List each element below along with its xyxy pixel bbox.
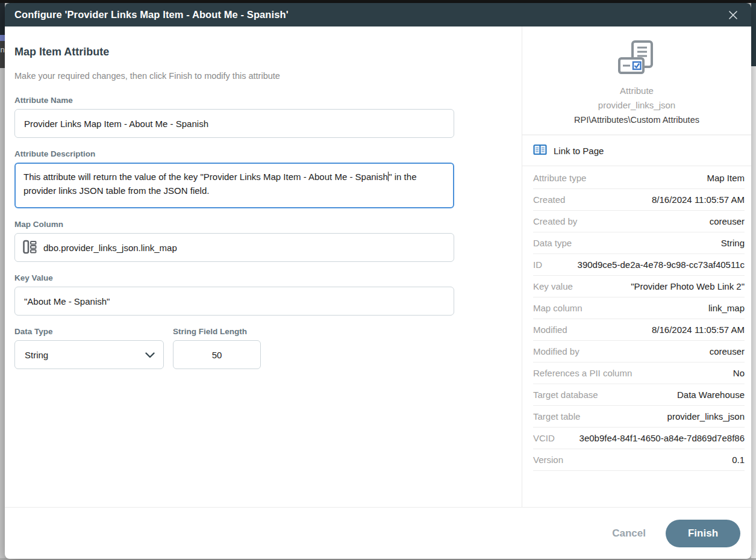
property-label: Modified — [533, 325, 567, 335]
attribute-properties-list: Attribute typeMap ItemCreated8/16/2024 1… — [533, 166, 745, 471]
dialog-footer: Cancel Finish — [5, 507, 751, 559]
summary-folder-path: RPI\Attributes\Custom Attributes — [522, 115, 751, 125]
backdrop-left-dark — [0, 3, 5, 35]
property-value: String — [721, 238, 745, 248]
backdrop-left-accent — [0, 35, 5, 41]
property-row: Modified8/16/2024 11:05:57 AM — [533, 319, 745, 341]
backdrop-left-text-fragment: n — [0, 41, 5, 68]
dialog-body: Map Item Attribute Make your required ch… — [5, 26, 751, 507]
property-label: Version — [533, 455, 563, 465]
key-value-input[interactable] — [14, 287, 454, 316]
property-value: coreuser — [710, 346, 745, 356]
form-subtitle: Make your required changes, then click F… — [14, 71, 505, 81]
property-value: coreuser — [710, 216, 745, 226]
summary-type-label: Attribute — [522, 86, 751, 96]
property-row: Created8/16/2024 11:05:57 AM — [533, 189, 745, 211]
property-value: provider_links_json — [667, 411, 745, 422]
attribute-name-input[interactable] — [14, 109, 454, 138]
backdrop-right-sliver — [751, 3, 756, 560]
link-to-page-label: Link to Page — [554, 146, 604, 156]
map-column-label: Map Column — [14, 220, 505, 229]
property-label: Created — [533, 194, 565, 205]
property-label: Map column — [533, 303, 583, 313]
map-column-field: Map Column dbo.provider_links_json.link_… — [14, 220, 505, 262]
property-row: Attribute typeMap Item — [533, 167, 745, 189]
dialog-title: Configure 'Provider Links Map Item - Abo… — [14, 9, 289, 20]
finish-button[interactable]: Finish — [666, 520, 740, 547]
attribute-description-textarea[interactable]: This attribute will return the value of … — [14, 163, 454, 208]
property-row: Modified bycoreuser — [533, 341, 745, 362]
property-value: 8/16/2024 11:05:57 AM — [652, 194, 745, 205]
map-column-input[interactable]: dbo.provider_links_json.link_map — [14, 233, 454, 262]
attribute-description-label: Attribute Description — [14, 149, 505, 158]
link-to-page-button[interactable]: Link to Page — [522, 135, 751, 166]
property-value: 0.1 — [732, 455, 745, 465]
summary-header: Attribute provider_links_json RPI\Attrib… — [522, 40, 751, 125]
property-row: Version0.1 — [533, 449, 745, 471]
data-type-value: String — [25, 350, 48, 360]
data-type-field: Data Type String — [14, 327, 164, 369]
description-text-before-caret: This attribute will return the value of … — [23, 172, 388, 182]
property-value: link_map — [708, 303, 745, 313]
property-row: Target tableprovider_links_json — [533, 406, 745, 428]
property-row: Created bycoreuser — [533, 211, 745, 232]
property-row: Target databaseData Warehouse — [533, 384, 745, 406]
property-row: Map columnlink_map — [533, 297, 745, 319]
property-row: References a PII columnNo — [533, 362, 745, 384]
attribute-form: Map Item Attribute Make your required ch… — [5, 26, 522, 507]
property-label: Data type — [533, 238, 572, 248]
property-row: ID390d9ce5-de2a-4e78-9c98-cc73af40511c — [533, 254, 745, 276]
property-value: No — [733, 368, 745, 378]
property-label: Target table — [533, 411, 580, 422]
property-label: ID — [533, 260, 542, 270]
property-label: Modified by — [533, 346, 579, 356]
configure-attribute-dialog: Configure 'Provider Links Map Item - Abo… — [5, 3, 751, 559]
column-icon — [23, 240, 37, 256]
attribute-description-field: Attribute Description This attribute wil… — [14, 149, 505, 208]
property-row: Data typeString — [533, 232, 745, 254]
property-label: Created by — [533, 216, 577, 226]
close-button[interactable] — [725, 7, 742, 23]
property-value: 3e0b9fe4-84f1-4650-a84e-7d869d7e8f86 — [579, 433, 745, 443]
data-type-label: Data Type — [14, 327, 164, 336]
backdrop-left-sliver: n — [0, 3, 5, 560]
data-type-row: Data Type String String Field Length — [14, 327, 505, 369]
property-value: Map Item — [707, 173, 745, 183]
chevron-down-icon — [145, 350, 155, 360]
dialog-titlebar: Configure 'Provider Links Map Item - Abo… — [5, 3, 751, 26]
property-row: Key value"Provider Photo Web Link 2" — [533, 276, 745, 297]
close-icon — [728, 10, 739, 20]
property-label: VCID — [533, 433, 555, 443]
property-label: Key value — [533, 281, 573, 291]
property-value: 390d9ce5-de2a-4e78-9c98-cc73af40511c — [578, 260, 745, 270]
map-column-value: dbo.provider_links_json.link_map — [43, 243, 177, 253]
attribute-name-field: Attribute Name — [14, 96, 505, 138]
data-type-select[interactable]: String — [14, 340, 164, 369]
backdrop-right-dark — [751, 3, 756, 66]
attribute-summary-panel: Attribute provider_links_json RPI\Attrib… — [522, 26, 751, 507]
attribute-name-label: Attribute Name — [14, 96, 505, 105]
key-value-field: Key Value — [14, 273, 505, 316]
key-value-label: Key Value — [14, 273, 505, 282]
summary-attribute-name: provider_links_json — [522, 100, 751, 110]
property-label: Attribute type — [533, 173, 586, 183]
property-label: Target database — [533, 390, 598, 400]
property-row: VCID3e0b9fe4-84f1-4650-a84e-7d869d7e8f86 — [533, 428, 745, 449]
cancel-button[interactable]: Cancel — [612, 527, 646, 540]
attribute-icon — [617, 67, 657, 78]
string-field-length-field: String Field Length — [173, 327, 261, 369]
property-value: Data Warehouse — [677, 390, 745, 400]
book-icon — [533, 144, 547, 158]
property-label: References a PII column — [533, 368, 632, 378]
string-field-length-label: String Field Length — [173, 327, 261, 336]
property-value: "Provider Photo Web Link 2" — [631, 281, 745, 291]
string-field-length-input[interactable] — [173, 340, 261, 369]
form-heading: Map Item Attribute — [14, 46, 505, 58]
property-value: 8/16/2024 11:05:57 AM — [652, 325, 745, 335]
